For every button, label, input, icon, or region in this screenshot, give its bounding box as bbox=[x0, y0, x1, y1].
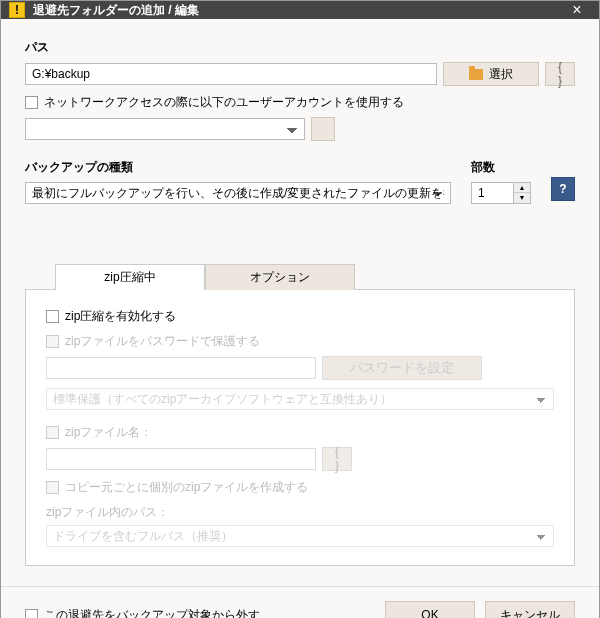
password-input bbox=[46, 357, 316, 379]
titlebar: ! 退避先フォルダーの追加 / 編集 × bbox=[1, 1, 599, 19]
tab-panel-zip: zip圧縮を有効化する zipファイルをパスワードで保護する パスワードを設定 … bbox=[25, 289, 575, 566]
copies-input[interactable] bbox=[471, 182, 513, 204]
password-protect-checkbox bbox=[46, 335, 59, 348]
warning-icon: ! bbox=[9, 2, 25, 18]
variables-button[interactable]: { } bbox=[545, 62, 575, 86]
enable-zip-label: zip圧縮を有効化する bbox=[65, 308, 176, 325]
zip-filename-vars-button: { } bbox=[322, 447, 352, 471]
select-button-label: 選択 bbox=[489, 66, 513, 83]
zip-path-label: zipファイル内のパス： bbox=[46, 504, 554, 521]
set-password-button: パスワードを設定 bbox=[322, 356, 482, 380]
copies-label: 部数 bbox=[471, 159, 531, 176]
backup-type-label: バックアップの種類 bbox=[25, 159, 451, 176]
backup-type-combo[interactable]: 最初にフルバックアップを行い、その後に作成/変更されたファイルの更新を行う bbox=[25, 182, 451, 204]
content-area: パス 選択 { } ネットワークアクセスの際に以下のユーザーアカウントを使用する… bbox=[1, 19, 599, 586]
footer: この退避先をバックアップ対象から外す OK キャンセル bbox=[1, 586, 599, 618]
select-folder-button[interactable]: 選択 bbox=[443, 62, 539, 86]
help-button[interactable]: ? bbox=[551, 177, 575, 201]
separate-zip-label: コピー元ごとに個別のzipファイルを作成する bbox=[65, 479, 308, 496]
zip-path-combo: ドライブを含むフルパス（推奨） bbox=[46, 525, 554, 547]
spin-up[interactable]: ▲ bbox=[514, 183, 530, 193]
tab-strip: zip圧縮中 オプション bbox=[25, 264, 575, 290]
zip-filename-label: zipファイル名： bbox=[65, 424, 152, 441]
user-account-edit-button[interactable] bbox=[311, 117, 335, 141]
tab-zip[interactable]: zip圧縮中 bbox=[55, 264, 205, 290]
network-access-checkbox[interactable] bbox=[25, 96, 38, 109]
path-input[interactable] bbox=[25, 63, 437, 85]
folder-icon bbox=[469, 69, 483, 80]
tab-options[interactable]: オプション bbox=[205, 264, 355, 290]
enable-zip-checkbox[interactable] bbox=[46, 310, 59, 323]
path-label: パス bbox=[25, 39, 575, 56]
dialog-title: 退避先フォルダーの追加 / 編集 bbox=[33, 2, 563, 19]
password-protect-label: zipファイルをパスワードで保護する bbox=[65, 333, 260, 350]
protection-level-combo: 標準保護（すべてのzipアーカイブソフトウェアと互換性あり） bbox=[46, 388, 554, 410]
exclude-destination-label: この退避先をバックアップ対象から外す bbox=[44, 607, 260, 619]
ok-button[interactable]: OK bbox=[385, 601, 475, 618]
close-button[interactable]: × bbox=[563, 1, 591, 19]
network-access-label: ネットワークアクセスの際に以下のユーザーアカウントを使用する bbox=[44, 94, 404, 111]
dialog-window: ! 退避先フォルダーの追加 / 編集 × パス 選択 { } ネットワークアクセ… bbox=[0, 0, 600, 618]
zip-filename-input bbox=[46, 448, 316, 470]
zip-filename-checkbox bbox=[46, 426, 59, 439]
cancel-button[interactable]: キャンセル bbox=[485, 601, 575, 618]
spin-down[interactable]: ▼ bbox=[514, 193, 530, 203]
copies-spinner[interactable]: ▲ ▼ bbox=[471, 182, 531, 204]
exclude-destination-checkbox[interactable] bbox=[25, 609, 38, 619]
separate-zip-checkbox bbox=[46, 481, 59, 494]
user-account-combo[interactable] bbox=[25, 118, 305, 140]
